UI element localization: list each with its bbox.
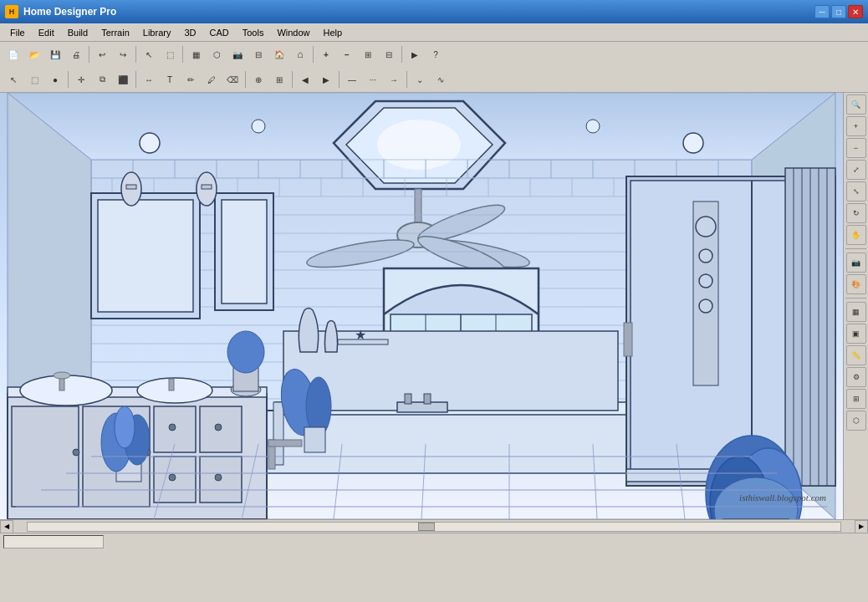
measure-button[interactable]: 📏 (846, 345, 866, 365)
zoom-in2-button[interactable]: + (846, 116, 866, 136)
svg-rect-80 (12, 406, 79, 507)
viewport-3d[interactable]: ★ (0, 93, 843, 519)
copy-button[interactable]: ⧉ (92, 69, 112, 89)
title-bar: H Home Designer Pro ─ □ ✕ (0, 0, 868, 23)
iso-button[interactable]: ⬡ (846, 411, 866, 431)
settings-rp-button[interactable]: ⚙ (846, 367, 866, 387)
scroll-right-button[interactable]: ▶ (855, 520, 868, 533)
fit-all-button[interactable]: ⊟ (379, 44, 399, 64)
print-button[interactable]: 🖨 (66, 44, 86, 64)
svg-rect-73 (222, 200, 267, 304)
pen-button[interactable]: 🖊 (202, 69, 222, 89)
sep2-1 (68, 71, 69, 88)
right-panel: 🔍 + − ⤢ ⤡ ↻ ✋ 📷 🎨 ▦ ▣ 📏 ⚙ ⊞ ⬡ (843, 93, 868, 519)
svg-point-118 (696, 217, 716, 237)
wave-icon[interactable]: ∿ (431, 69, 451, 89)
arrow-style-button[interactable]: → (384, 69, 404, 89)
house-button[interactable]: 🏠 (269, 44, 289, 64)
orbit-button[interactable]: ↻ (846, 203, 866, 223)
perspective-button[interactable]: 📷 (227, 44, 248, 64)
open-button[interactable]: 📂 (24, 44, 44, 64)
grid-button[interactable]: ⊞ (269, 69, 289, 89)
sep-3 (182, 46, 183, 63)
zoom-in-rp-button[interactable]: 🔍 (846, 94, 866, 115)
pan-button[interactable]: ✋ (846, 225, 866, 245)
layer2-button[interactable]: ▣ (846, 324, 866, 344)
svg-point-95 (54, 372, 70, 379)
svg-point-148 (586, 120, 600, 133)
maximize-button[interactable]: □ (831, 5, 846, 18)
menu-window[interactable]: Window (270, 26, 316, 39)
svg-point-9 (377, 120, 461, 170)
box-select-button[interactable]: ⬚ (24, 69, 44, 89)
app-icon: H (5, 5, 18, 18)
line-style-button[interactable]: ··· (363, 69, 383, 89)
menu-tools[interactable]: Tools (236, 26, 271, 39)
chevron-icon[interactable]: ⌄ (410, 69, 430, 89)
status-panel (3, 535, 104, 548)
scene-svg: ★ (0, 93, 843, 519)
2d-view-button[interactable]: ▦ (186, 44, 206, 64)
redo-button[interactable]: ↪ (113, 44, 133, 64)
zoom-out-button[interactable]: − (337, 44, 357, 64)
fit-view-button[interactable]: ⊞ (358, 44, 378, 64)
layer1-button[interactable]: ▦ (846, 302, 866, 322)
camera-rp-button[interactable]: 📷 (846, 253, 866, 273)
svg-point-92 (20, 375, 112, 406)
house2-button[interactable]: ⌂ (290, 44, 310, 64)
grid-rp-button[interactable]: ⊞ (846, 389, 866, 409)
next-button[interactable]: ▶ (316, 69, 336, 89)
close-button[interactable]: ✕ (848, 5, 863, 18)
cursor-button[interactable]: ↖ (3, 69, 23, 89)
svg-point-120 (699, 274, 712, 288)
move-button[interactable]: ✛ (71, 69, 91, 89)
circle-tool-button[interactable]: ● (45, 69, 65, 89)
elevation-button[interactable]: ⊟ (248, 44, 268, 64)
horizontal-scrollbar[interactable]: ◀ ▶ (0, 519, 868, 533)
svg-point-89 (169, 474, 176, 481)
menu-library[interactable]: Library (136, 26, 178, 39)
main-content: ★ (0, 93, 868, 519)
svg-rect-71 (98, 200, 193, 312)
panel-sep-1 (845, 248, 866, 249)
menu-edit[interactable]: Edit (32, 26, 61, 39)
sep2-5 (339, 71, 340, 88)
scroll-track[interactable] (27, 522, 841, 532)
select-room-button[interactable]: ⬚ (160, 44, 180, 64)
dimension-button[interactable]: ↔ (139, 69, 159, 89)
minimize-button[interactable]: ─ (814, 5, 830, 18)
text-tool-button[interactable]: T (160, 69, 180, 89)
menu-cad[interactable]: CAD (202, 26, 235, 39)
svg-rect-128 (624, 323, 632, 356)
scroll-left-button[interactable]: ◀ (0, 520, 13, 533)
menu-file[interactable]: File (3, 26, 32, 39)
save-button[interactable]: 💾 (45, 44, 65, 64)
window-controls[interactable]: ─ □ ✕ (814, 5, 863, 18)
snap-button[interactable]: ⊕ (248, 69, 268, 89)
scroll-thumb[interactable] (418, 523, 435, 531)
eraser-button[interactable]: ⌫ (222, 69, 243, 89)
question-button[interactable]: ? (426, 44, 446, 64)
new-button[interactable]: 📄 (3, 44, 23, 64)
zoom-out2-button[interactable]: − (846, 138, 866, 158)
fill-button[interactable]: ⬛ (113, 69, 133, 89)
menu-3d[interactable]: 3D (177, 26, 202, 39)
more-tools-button[interactable]: ▶ (405, 44, 425, 64)
fit-all-button[interactable]: ⤡ (846, 181, 866, 202)
pencil-button[interactable]: ✏ (181, 69, 201, 89)
svg-rect-113 (304, 427, 325, 452)
fit-screen-button[interactable]: ⤢ (846, 160, 866, 180)
svg-point-119 (699, 249, 712, 263)
undo-button[interactable]: ↩ (92, 44, 112, 64)
menu-terrain[interactable]: Terrain (94, 26, 136, 39)
zoom-in-button[interactable]: + (316, 44, 336, 64)
select-tool-button[interactable]: ↖ (139, 44, 159, 64)
toolbar-area: 📄 📂 💾 🖨 ↩ ↪ ↖ ⬚ ▦ ⬡ 📷 ⊟ 🏠 ⌂ + − ⊞ ⊟ ▶ ? … (0, 42, 868, 93)
menu-help[interactable]: Help (317, 26, 350, 39)
line-weight-button[interactable]: — (342, 69, 362, 89)
3d-view-button[interactable]: ⬡ (207, 44, 227, 64)
render-button[interactable]: 🎨 (846, 274, 866, 294)
prev-button[interactable]: ◀ (295, 69, 315, 89)
menu-build[interactable]: Build (61, 26, 94, 39)
toolbar-draw: ↖ ⬚ ● ✛ ⧉ ⬛ ↔ T ✏ 🖊 ⌫ ⊕ ⊞ ◀ ▶ — ··· → ⌄ … (0, 67, 868, 92)
